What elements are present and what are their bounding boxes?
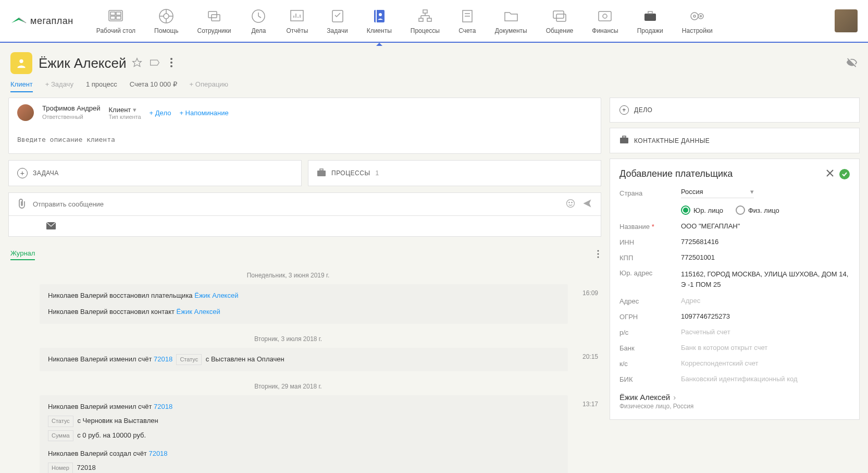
client-description-input[interactable] <box>9 127 601 152</box>
client-type-select[interactable]: Клиент ▾ Тип клиента <box>108 106 141 120</box>
processes-button[interactable]: ПРОЦЕССЫ 1 <box>308 160 601 186</box>
svg-line-15 <box>258 16 261 18</box>
payer-bik-input[interactable] <box>681 375 850 383</box>
journal-entry: 13:17 Николаев Валерий изменил счёт 7201… <box>40 395 568 473</box>
client-badge-icon <box>10 52 32 74</box>
journal-date: Вторник, 3 июля 2018 г. <box>8 335 568 343</box>
nav-tasks[interactable]: Задачи <box>325 3 350 39</box>
nav-invoices[interactable]: Счета <box>456 3 478 39</box>
svg-point-53 <box>569 202 570 203</box>
add-task-button[interactable]: + ЗАДАЧА <box>8 160 302 186</box>
nav-sales[interactable]: Продажи <box>635 3 665 39</box>
responsible-avatar[interactable] <box>17 104 34 121</box>
plus-circle-icon: + <box>17 168 28 178</box>
more-icon[interactable] <box>170 58 172 69</box>
svg-rect-4 <box>116 16 121 19</box>
svg-rect-50 <box>317 171 326 176</box>
briefcase-icon <box>619 136 629 145</box>
responsible-info: Трофимов Андрей Ответственный <box>42 104 100 120</box>
svg-rect-2 <box>116 12 121 15</box>
svg-rect-36 <box>556 14 566 21</box>
nav-finance[interactable]: Финансы <box>590 3 620 39</box>
emoji-icon[interactable] <box>565 198 576 210</box>
tab-add-task[interactable]: + Задачу <box>45 80 73 92</box>
payer-rs-input[interactable] <box>681 328 850 336</box>
svg-rect-23 <box>376 10 377 22</box>
nav-documents[interactable]: Документы <box>493 3 529 39</box>
payer-kpp-input[interactable] <box>681 253 850 262</box>
message-input-row <box>8 192 601 216</box>
help-icon <box>157 7 175 25</box>
nav-employees[interactable]: Сотрудники <box>195 3 233 39</box>
nav-chat[interactable]: Общение <box>544 3 576 39</box>
svg-point-47 <box>170 58 172 60</box>
tab-processes[interactable]: 1 процесс <box>86 80 117 92</box>
nav-help[interactable]: Помощь <box>152 3 180 39</box>
country-select[interactable]: Россия ▾ <box>681 188 754 198</box>
payer-addr-input[interactable] <box>681 297 850 305</box>
svg-marker-46 <box>132 58 141 66</box>
add-case-link[interactable]: + Дело <box>150 109 171 117</box>
add-case-button[interactable]: + ДЕЛО <box>610 98 859 122</box>
nav-desktop[interactable]: Рабочий стол <box>94 3 138 39</box>
nav-settings[interactable]: Настройки <box>680 3 715 39</box>
add-reminder-link[interactable]: + Напоминание <box>179 109 228 117</box>
payer-inn-input[interactable] <box>681 238 850 246</box>
logo-text: мегаплан <box>30 16 73 27</box>
svg-point-56 <box>598 250 599 252</box>
nav-reports[interactable]: Отчёты <box>284 3 310 39</box>
payer-form: Добавление плательщика Страна Россия ▾ Ю… <box>610 159 860 420</box>
nav-cases[interactable]: Дела <box>247 3 269 39</box>
attach-icon[interactable] <box>17 198 27 210</box>
svg-point-45 <box>19 59 23 63</box>
svg-point-41 <box>691 13 698 20</box>
svg-rect-51 <box>320 169 323 171</box>
plus-circle-icon: + <box>619 105 629 115</box>
sales-icon <box>641 7 659 25</box>
visibility-off-icon[interactable] <box>846 57 858 70</box>
client-name: Ёжик Алексей <box>39 55 127 71</box>
send-icon[interactable] <box>582 198 592 210</box>
mail-icon-row[interactable] <box>8 216 601 237</box>
svg-rect-35 <box>553 11 564 18</box>
desktop-icon <box>107 7 125 25</box>
payer-person-link[interactable]: Ёжик Алексей › <box>619 393 850 402</box>
favorite-icon[interactable] <box>132 57 142 69</box>
payer-bank-input[interactable] <box>681 344 850 352</box>
payer-ogrn-input[interactable] <box>681 312 850 321</box>
journal-more-icon[interactable] <box>597 250 599 260</box>
chevron-down-icon: ▾ <box>750 188 754 196</box>
employees-icon <box>205 7 223 25</box>
user-avatar[interactable] <box>835 9 858 32</box>
radio-legal[interactable]: Юр. лицо <box>681 205 723 215</box>
contacts-button[interactable]: КОНТАКТНЫЕ ДАННЫЕ <box>610 128 859 153</box>
tab-client[interactable]: Клиент <box>10 80 33 92</box>
logo[interactable]: мегаплан <box>10 13 73 29</box>
confirm-icon[interactable] <box>839 169 850 179</box>
tag-icon[interactable] <box>150 58 160 68</box>
journal-tab[interactable]: Журнал <box>10 249 35 260</box>
svg-point-42 <box>693 15 696 17</box>
nav-processes[interactable]: Процессы <box>408 3 442 39</box>
clients-icon <box>370 7 388 25</box>
svg-point-58 <box>598 257 599 258</box>
nav-clients[interactable]: Клиенты <box>365 3 394 39</box>
logo-icon <box>10 13 27 29</box>
side-contacts-box: КОНТАКТНЫЕ ДАННЫЕ <box>610 128 860 153</box>
payer-name-input[interactable] <box>681 222 850 231</box>
svg-rect-60 <box>623 136 626 138</box>
svg-point-54 <box>572 202 573 203</box>
message-input[interactable] <box>33 200 559 208</box>
payer-legal-addr[interactable]: 115162, ГОРОД МОСКВА, УЛИЦА ШУХОВА, ДОМ … <box>681 269 850 289</box>
reports-icon <box>288 7 306 25</box>
processes-icon <box>416 7 434 25</box>
payer-ks-input[interactable] <box>681 359 850 368</box>
briefcase-icon <box>317 168 326 178</box>
svg-rect-27 <box>427 18 431 21</box>
client-header: Ёжик Алексей <box>0 43 868 80</box>
tab-add-operation[interactable]: + Операцию <box>190 80 229 92</box>
invoices-icon <box>458 7 476 25</box>
tab-invoices[interactable]: Счета 10 000 ₽ <box>130 80 177 92</box>
close-icon[interactable] <box>826 169 834 179</box>
radio-individual[interactable]: Физ. лицо <box>736 205 779 215</box>
